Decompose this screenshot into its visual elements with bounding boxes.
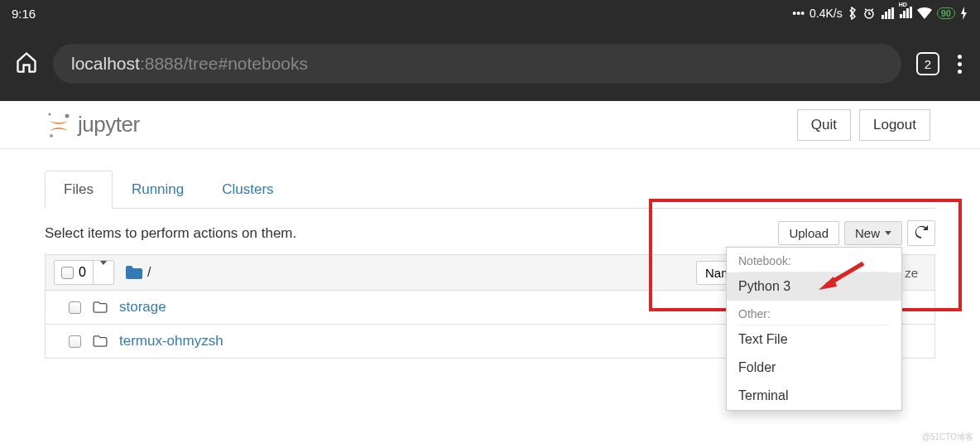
- folder-outline-icon: [93, 301, 108, 313]
- selected-count: 0: [79, 265, 86, 280]
- checkbox-icon[interactable]: [61, 267, 74, 279]
- select-all-group[interactable]: 0: [54, 260, 114, 285]
- browser-menu-icon[interactable]: [954, 51, 965, 77]
- jupyter-logo[interactable]: jupyter: [46, 111, 140, 139]
- breadcrumb[interactable]: /: [126, 265, 151, 280]
- status-icons: ••• 0.4K/s HD 90: [792, 7, 968, 21]
- new-button[interactable]: New: [844, 221, 902, 245]
- caret-down-icon[interactable]: [100, 261, 107, 279]
- upload-button[interactable]: Upload: [778, 221, 839, 245]
- signal-icon: [881, 7, 894, 19]
- url-input[interactable]: localhost:8888/tree#notebooks: [53, 44, 901, 84]
- alarm-icon: [862, 7, 876, 20]
- charging-icon: [960, 7, 968, 20]
- tab-bar: Files Running Clusters: [45, 171, 935, 209]
- menu-item-terminal[interactable]: Terminal: [727, 382, 901, 410]
- svg-point-2: [65, 113, 70, 118]
- hint-text: Select items to perform actions on them.: [45, 225, 296, 242]
- refresh-button[interactable]: [907, 220, 935, 246]
- home-icon[interactable]: [15, 51, 38, 77]
- tab-switcher[interactable]: 2: [916, 52, 939, 75]
- battery-icon: 90: [937, 7, 955, 19]
- android-status-bar: 9:16 ••• 0.4K/s HD 90: [0, 0, 980, 26]
- dots-icon: •••: [792, 7, 805, 20]
- checkbox-icon[interactable]: [69, 301, 81, 314]
- logo-text: jupyter: [78, 112, 140, 137]
- quit-button[interactable]: Quit: [797, 109, 851, 141]
- bluetooth-icon: [848, 7, 858, 20]
- folder-outline-icon: [93, 335, 108, 347]
- checkbox-icon[interactable]: [69, 335, 81, 348]
- signal-hd-icon: [899, 7, 912, 18]
- clock: 9:16: [12, 7, 36, 21]
- jupyter-header: jupyter Quit Logout: [0, 101, 980, 149]
- browser-url-bar: localhost:8888/tree#notebooks 2: [0, 26, 980, 101]
- url-host: localhost: [71, 54, 140, 74]
- svg-point-1: [49, 113, 51, 115]
- menu-header-other: Other:: [727, 301, 901, 323]
- logout-button[interactable]: Logout: [859, 109, 930, 141]
- file-link[interactable]: storage: [119, 299, 166, 316]
- caret-down-icon: [885, 231, 891, 235]
- menu-item-folder[interactable]: Folder: [727, 354, 901, 382]
- net-speed: 0.4K/s: [809, 7, 843, 20]
- jupyter-logo-icon: [46, 111, 71, 139]
- svg-point-3: [50, 134, 53, 137]
- file-link[interactable]: termux-ohmyzsh: [119, 333, 223, 349]
- folder-icon: [126, 266, 142, 279]
- menu-header-notebook: Notebook:: [727, 248, 901, 270]
- wifi-icon: [917, 7, 932, 19]
- tab-files[interactable]: Files: [45, 171, 113, 209]
- url-path: :8888/tree#notebooks: [140, 54, 308, 74]
- menu-item-textfile[interactable]: Text File: [727, 325, 901, 354]
- refresh-icon: [915, 225, 928, 238]
- tab-running[interactable]: Running: [113, 171, 203, 209]
- tab-clusters[interactable]: Clusters: [203, 171, 292, 209]
- watermark: @51CTO博客: [922, 431, 973, 443]
- menu-item-python3[interactable]: Python 3: [727, 272, 901, 301]
- new-dropdown-menu: Notebook: Python 3 Other: Text File Fold…: [726, 247, 902, 411]
